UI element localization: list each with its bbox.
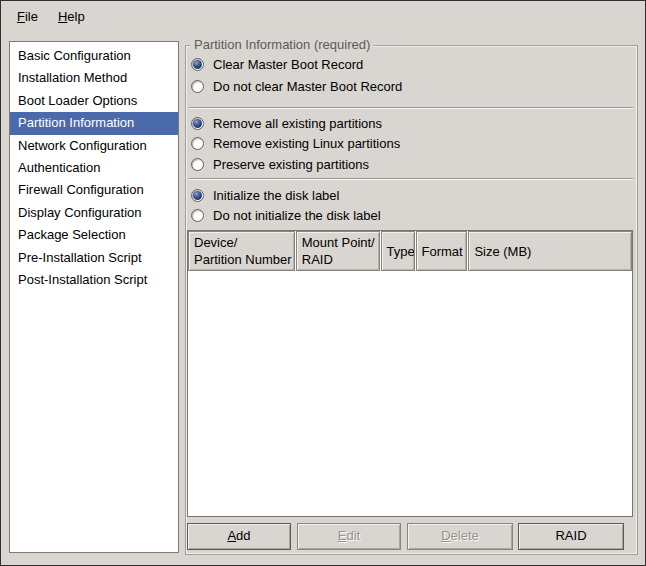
sidebar-item-display-configuration[interactable]: Display Configuration — [10, 202, 178, 224]
menu-file[interactable]: File — [7, 5, 48, 28]
radio-option-initialize-the-disk-label[interactable]: Initialize the disk label — [191, 185, 381, 206]
radio-button[interactable] — [191, 189, 204, 202]
mnemonic: F — [17, 9, 25, 24]
radio-label: Remove existing Linux partitions — [213, 136, 400, 151]
radio-option-do-not-clear-master-boot-record[interactable]: Do not clear Master Boot Record — [191, 75, 402, 97]
radio-option-remove-existing-linux-partitions[interactable]: Remove existing Linux partitions — [191, 134, 400, 155]
mnemonic: E — [338, 528, 347, 543]
partition-table-header: Device/Partition NumberMount Point/RAIDT… — [188, 231, 632, 271]
radio-group-existing-partitions: Remove all existing partitionsRemove exi… — [191, 113, 400, 175]
radio-group-master-boot-record: Clear Master Boot RecordDo not clear Mas… — [191, 53, 402, 97]
raid-button[interactable]: RAID — [518, 523, 624, 550]
radio-label: Preserve existing partitions — [213, 157, 369, 172]
sidebar-item-post-installation-script[interactable]: Post-Installation Script — [10, 269, 178, 291]
delete-button: Delete — [407, 523, 513, 550]
sidebar-item-network-configuration[interactable]: Network Configuration — [10, 135, 178, 157]
column-header-format[interactable]: Format — [416, 231, 468, 271]
mnemonic: D — [441, 528, 450, 543]
sidebar-item-installation-method[interactable]: Installation Method — [10, 67, 178, 89]
sidebar-item-partition-information[interactable]: Partition Information — [10, 112, 178, 134]
sidebar-item-boot-loader-options[interactable]: Boot Loader Options — [10, 90, 178, 112]
menu-help[interactable]: Help — [48, 5, 95, 28]
radio-button[interactable] — [191, 209, 204, 222]
mnemonic: H — [58, 9, 67, 24]
radio-label: Do not clear Master Boot Record — [213, 79, 402, 94]
sidebar-section-list[interactable]: Basic ConfigurationInstallation MethodBo… — [9, 41, 179, 553]
edit-button: Edit — [297, 523, 401, 550]
sidebar-item-pre-installation-script[interactable]: Pre-Installation Script — [10, 247, 178, 269]
add-button[interactable]: Add — [187, 523, 291, 550]
radio-option-preserve-existing-partitions[interactable]: Preserve existing partitions — [191, 154, 400, 175]
sidebar-item-package-selection[interactable]: Package Selection — [10, 224, 178, 246]
radio-option-remove-all-existing-partitions[interactable]: Remove all existing partitions — [191, 113, 400, 134]
menubar: FileHelp — [1, 1, 645, 31]
radio-option-clear-master-boot-record[interactable]: Clear Master Boot Record — [191, 53, 402, 75]
radio-button[interactable] — [191, 58, 204, 71]
frame-title: Partition Information (required) — [190, 37, 374, 52]
sidebar-item-authentication[interactable]: Authentication — [10, 157, 178, 179]
radio-group-disk-label: Initialize the disk labelDo not initiali… — [191, 185, 381, 226]
column-header-mount-point-raid[interactable]: Mount Point/RAID — [296, 231, 380, 271]
column-header-type[interactable]: Type — [381, 231, 415, 271]
sidebar-item-firewall-configuration[interactable]: Firewall Configuration — [10, 179, 178, 201]
radio-label: Initialize the disk label — [213, 188, 339, 203]
radio-button[interactable] — [191, 80, 204, 93]
separator — [189, 107, 633, 109]
radio-label: Clear Master Boot Record — [213, 57, 363, 72]
sidebar-item-basic-configuration[interactable]: Basic Configuration — [10, 45, 178, 67]
partition-table: Device/Partition NumberMount Point/RAIDT… — [187, 230, 633, 517]
kickstart-configurator-window: FileHelp Basic ConfigurationInstallation… — [0, 0, 646, 566]
separator — [189, 178, 633, 180]
radio-button[interactable] — [191, 158, 204, 171]
column-header-size-mb-[interactable]: Size (MB) — [468, 231, 632, 271]
radio-label: Do not initialize the disk label — [213, 208, 381, 223]
radio-option-do-not-initialize-the-disk-label[interactable]: Do not initialize the disk label — [191, 206, 381, 227]
radio-button[interactable] — [191, 117, 204, 130]
radio-button[interactable] — [191, 137, 204, 150]
column-header-device-partition-number[interactable]: Device/Partition Number — [188, 231, 295, 271]
mnemonic: A — [227, 528, 236, 543]
partition-table-body[interactable] — [188, 271, 632, 516]
radio-label: Remove all existing partitions — [213, 116, 382, 131]
